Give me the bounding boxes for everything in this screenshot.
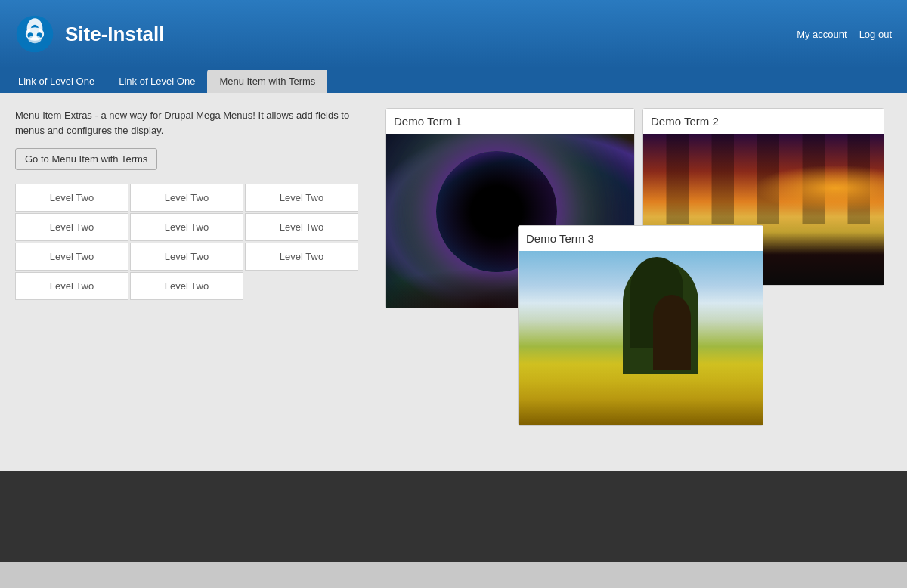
- level-two-cell-10[interactable]: Level Two: [15, 272, 128, 300]
- header-right: My account Log out: [797, 29, 892, 40]
- my-account-link[interactable]: My account: [797, 29, 847, 40]
- level-two-cell-5[interactable]: Level Two: [130, 213, 243, 241]
- level-two-cell-2[interactable]: Level Two: [130, 184, 243, 212]
- right-panel: Demo Term 1 Demo Term 2 Demo Term 3: [385, 108, 892, 456]
- demo-term-1-title: Demo Term 1: [386, 109, 634, 134]
- header: Site-Install My account Log out: [0, 0, 907, 68]
- level-two-cell-6[interactable]: Level Two: [245, 213, 358, 241]
- level-two-cell-7[interactable]: Level Two: [15, 243, 128, 271]
- go-to-menu-button[interactable]: Go to Menu Item with Terms: [15, 148, 157, 170]
- log-out-link[interactable]: Log out: [859, 29, 892, 40]
- demo-term-3-card[interactable]: Demo Term 3: [518, 225, 763, 426]
- top-bar: Link of Level One Link of Level One Menu…: [0, 68, 907, 93]
- tab-link-of-level-one-1[interactable]: Link of Level One: [6, 70, 107, 93]
- footer: [0, 471, 907, 562]
- level-two-cell-4[interactable]: Level Two: [15, 213, 128, 241]
- drupal-logo-icon: [15, 14, 54, 54]
- main-content: Menu Item Extras - a new way for Drupal …: [0, 93, 907, 471]
- tab-link-of-level-one-2[interactable]: Link of Level One: [107, 70, 207, 93]
- site-title: Site-Install: [65, 23, 164, 46]
- level-two-grid: Level Two Level Two Level Two Level Two …: [15, 184, 370, 300]
- tab-menu-item-with-terms[interactable]: Menu Item with Terms: [207, 70, 327, 93]
- level-two-cell-1[interactable]: Level Two: [15, 184, 128, 212]
- demo-term-2-title: Demo Term 2: [643, 109, 884, 134]
- header-left: Site-Install: [15, 14, 164, 54]
- svg-point-6: [28, 36, 41, 43]
- level-two-cell-3[interactable]: Level Two: [245, 184, 358, 212]
- left-panel: Menu Item Extras - a new way for Drupal …: [15, 108, 370, 456]
- demo-term-3-image: [519, 251, 763, 425]
- nav-tabs: Link of Level One Link of Level One Menu…: [0, 70, 907, 93]
- demo-term-3-title: Demo Term 3: [519, 226, 763, 251]
- level-two-cell-11[interactable]: Level Two: [130, 272, 243, 300]
- level-two-cell-8[interactable]: Level Two: [130, 243, 243, 271]
- description-text: Menu Item Extras - a new way for Drupal …: [15, 108, 370, 138]
- level-two-cell-9[interactable]: Level Two: [245, 243, 358, 271]
